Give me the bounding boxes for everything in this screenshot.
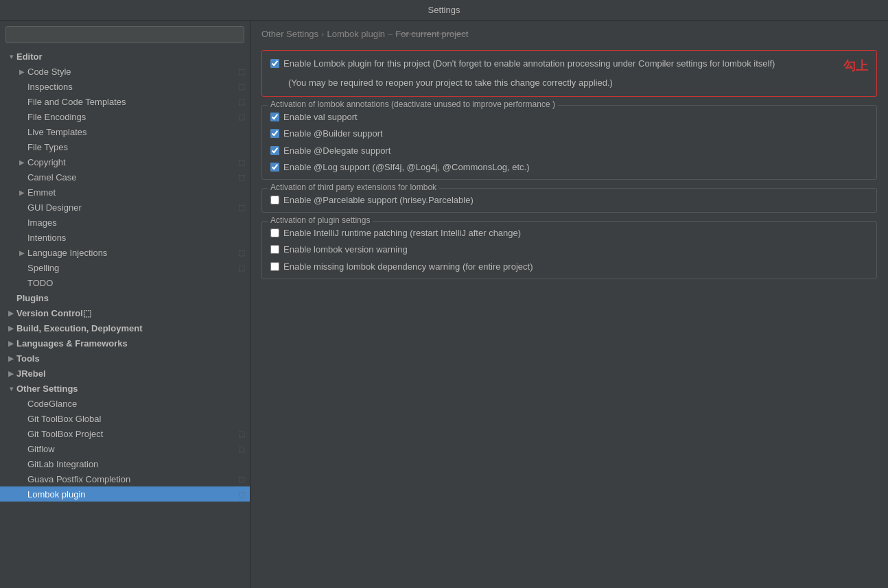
val-support-label: Enable val support — [283, 111, 358, 124]
parcelable-support-row: Enable @Parcelable support (hrisey.Parce… — [270, 194, 868, 207]
sidebar-item-build-execution-deployment[interactable]: ▶ Build, Execution, Deployment — [0, 320, 250, 336]
sidebar-item-lombok-plugin[interactable]: Lombok plugin ⬚ — [0, 486, 250, 502]
copy-icon: ⬚ — [236, 82, 247, 91]
sidebar-item-label: Intentions — [27, 233, 247, 243]
sidebar-item-label: Languages & Frameworks — [16, 338, 128, 349]
copy-icon: ⬚ — [236, 475, 247, 484]
missing-dependency-checkbox[interactable] — [270, 262, 279, 271]
sidebar-item-label: Copyright — [27, 157, 236, 167]
sidebar-item-camel-case[interactable]: Camel Case ⬚ — [0, 169, 250, 185]
breadcrumb-part2: Lombok plugin — [327, 29, 385, 39]
sidebar-item-codeglance[interactable]: CodeGlance — [0, 396, 250, 411]
val-support-row: Enable val support — [270, 111, 868, 124]
sidebar-item-languages-frameworks[interactable]: ▶ Languages & Frameworks — [0, 336, 250, 351]
sidebar-item-intentions[interactable]: Intentions — [0, 230, 250, 245]
sidebar: ▾ Editor ▶ Code Style ⬚ Inspections ⬚ Fi… — [0, 21, 250, 588]
jrebel-arrow-icon: ▶ — [5, 370, 16, 377]
reopen-notice-row: (You may be required to reopen your proj… — [270, 77, 868, 89]
content-area: Other Settings › Lombok plugin – For cur… — [250, 21, 888, 588]
sidebar-item-live-templates[interactable]: Live Templates — [0, 124, 250, 139]
sidebar-item-label: Build, Execution, Deployment — [16, 323, 142, 333]
sidebar-item-gui-designer[interactable]: GUI Designer ⬚ — [0, 200, 250, 215]
breadcrumb-separator2: – — [388, 29, 393, 39]
missing-dependency-row: Enable missing lombok dependency warning… — [270, 261, 868, 273]
sidebar-item-label: Lombok plugin — [27, 489, 236, 499]
sidebar-item-label: File and Code Templates — [27, 97, 236, 107]
version-warning-row: Enable lombok version warning — [270, 244, 868, 256]
sidebar-item-plugins[interactable]: Plugins — [0, 290, 250, 305]
sidebar-item-copyright[interactable]: ▶ Copyright ⬚ — [0, 154, 250, 169]
parcelable-support-checkbox[interactable] — [270, 196, 279, 204]
copy-icon: ⬚ — [236, 445, 247, 454]
sidebar-item-tools[interactable]: ▶ Tools — [0, 351, 250, 366]
sidebar-item-guava-postfix-completion[interactable]: Guava Postfix Completion ⬚ — [0, 471, 250, 486]
sidebar-item-label: GUI Designer — [27, 202, 236, 213]
code-style-arrow-icon: ▶ — [16, 68, 27, 75]
sidebar-item-version-control[interactable]: ▶ Version Control ⬚ — [0, 305, 250, 320]
reopen-notice-label: (You may be required to reopen your proj… — [288, 77, 613, 89]
sidebar-item-inspections[interactable]: Inspections ⬚ — [0, 79, 250, 94]
copy-icon: ⬚ — [236, 430, 247, 438]
sidebar-item-editor[interactable]: ▾ Editor — [0, 49, 250, 64]
version-control-arrow-icon: ▶ — [5, 309, 16, 317]
missing-dependency-label: Enable missing lombok dependency warning… — [283, 261, 533, 273]
tree-container: ▾ Editor ▶ Code Style ⬚ Inspections ⬚ Fi… — [0, 49, 250, 588]
languages-arrow-icon: ▶ — [5, 340, 16, 347]
sidebar-item-code-style[interactable]: ▶ Code Style ⬚ — [0, 64, 250, 79]
enable-lombok-row: Enable Lombok plugin for this project (D… — [270, 58, 868, 74]
sidebar-item-file-types[interactable]: File Types — [0, 139, 250, 154]
copy-icon: ⬚ — [83, 308, 91, 318]
log-support-checkbox[interactable] — [270, 163, 279, 172]
delegate-support-label: Enable @Delegate support — [283, 145, 390, 157]
sidebar-item-label: Inspections — [27, 82, 236, 92]
sidebar-item-gitflow[interactable]: Gitflow ⬚ — [0, 441, 250, 456]
delegate-support-checkbox[interactable] — [270, 146, 279, 155]
sidebar-item-label: Editor — [16, 51, 43, 62]
sidebar-item-label: Guava Postfix Completion — [27, 474, 236, 484]
copy-icon: ⬚ — [236, 158, 247, 167]
builder-support-checkbox[interactable] — [270, 129, 279, 138]
search-input[interactable] — [5, 26, 244, 43]
sidebar-item-other-settings[interactable]: ▾ Other Settings — [0, 381, 250, 396]
log-support-label: Enable @Log support (@Slf4j, @Log4j, @Co… — [283, 161, 529, 174]
sidebar-item-label: Images — [27, 217, 247, 228]
sidebar-item-label: TODO — [27, 278, 247, 288]
sidebar-item-label: Git ToolBox Project — [27, 429, 236, 439]
build-arrow-icon: ▶ — [5, 325, 16, 332]
sidebar-item-images[interactable]: Images — [0, 215, 250, 230]
sidebar-item-label: Live Templates — [27, 127, 247, 137]
language-injections-arrow-icon: ▶ — [16, 249, 27, 257]
parcelable-support-label: Enable @Parcelable support (hrisey.Parce… — [283, 194, 474, 207]
title-label: Settings — [428, 5, 460, 15]
sidebar-item-spelling[interactable]: Spelling ⬚ — [0, 260, 250, 275]
sidebar-item-git-toolbox-global[interactable]: Git ToolBox Global — [0, 411, 250, 426]
third-party-title: Activation of third party extensions for… — [268, 183, 439, 192]
enable-lombok-checkbox[interactable] — [270, 59, 279, 68]
emmet-arrow-icon: ▶ — [16, 189, 27, 196]
version-warning-checkbox[interactable] — [270, 245, 279, 254]
sidebar-item-label: Emmet — [27, 187, 247, 198]
sidebar-item-label: Other Settings — [16, 384, 78, 394]
breadcrumb-separator1: › — [321, 29, 324, 39]
copyright-arrow-icon: ▶ — [16, 158, 27, 166]
sidebar-item-label: Camel Case — [27, 172, 236, 183]
copy-icon: ⬚ — [236, 97, 247, 106]
runtime-patching-checkbox[interactable] — [270, 228, 279, 237]
copy-icon: ⬚ — [236, 67, 247, 76]
val-support-checkbox[interactable] — [270, 113, 279, 121]
sidebar-item-label: File Types — [27, 142, 247, 152]
plugin-settings-title: Activation of plugin settings — [268, 215, 373, 225]
main-enable-section: Enable Lombok plugin for this project (D… — [261, 50, 877, 97]
sidebar-item-label: Language Injections — [27, 248, 236, 258]
sidebar-item-file-encodings[interactable]: File Encodings ⬚ — [0, 109, 250, 124]
builder-support-row: Enable @Builder support — [270, 128, 868, 140]
sidebar-item-label: Spelling — [27, 263, 236, 273]
sidebar-item-todo[interactable]: TODO — [0, 275, 250, 290]
sidebar-item-jrebel[interactable]: ▶ JRebel — [0, 366, 250, 381]
sidebar-item-language-injections[interactable]: ▶ Language Injections ⬚ — [0, 245, 250, 260]
sidebar-item-gitlab-integration[interactable]: GitLab Integration — [0, 456, 250, 471]
sidebar-item-git-toolbox-project[interactable]: Git ToolBox Project ⬚ — [0, 426, 250, 441]
sidebar-item-file-and-code-templates[interactable]: File and Code Templates ⬚ — [0, 94, 250, 109]
sidebar-item-emmet[interactable]: ▶ Emmet — [0, 185, 250, 200]
sidebar-item-label: Git ToolBox Global — [27, 414, 247, 424]
